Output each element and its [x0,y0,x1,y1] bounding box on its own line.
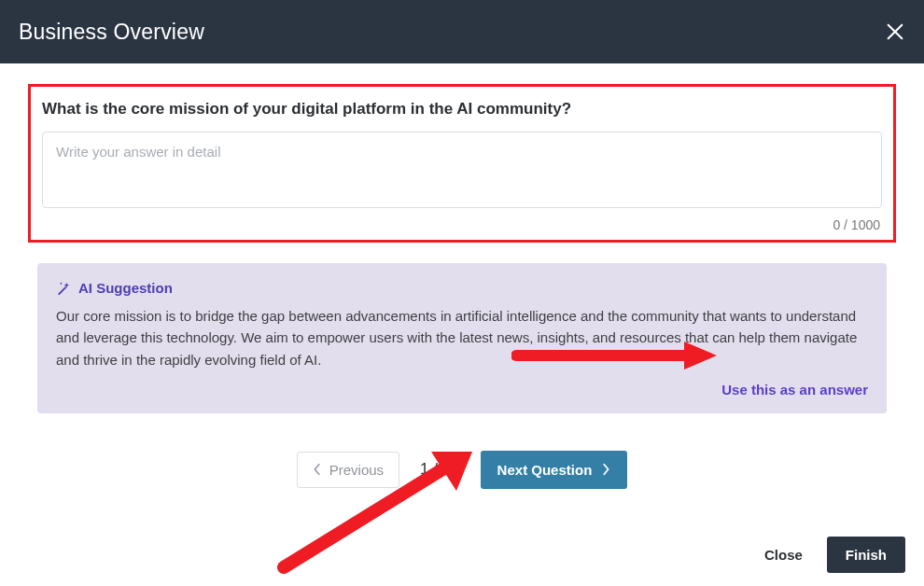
magic-wand-icon [56,281,71,296]
pager: Previous 1 / 13 Next Question [28,451,896,489]
ai-suggestion-text: Our core mission is to bridge the gap be… [56,305,868,370]
close-button[interactable]: Close [759,537,808,572]
use-as-answer-link[interactable]: Use this as an answer [721,382,868,398]
chevron-left-icon [313,463,322,476]
modal-header: Business Overview [0,0,924,63]
answer-input[interactable] [42,132,882,208]
close-icon[interactable] [885,21,905,42]
modal-body: What is the core mission of your digital… [0,63,924,489]
previous-label: Previous [329,462,384,478]
ai-suggestion-header: AI Suggestion [56,280,868,296]
question-prompt: What is the core mission of your digital… [42,100,882,119]
next-label: Next Question [497,462,593,478]
use-answer-row: Use this as an answer [56,382,868,398]
page-indicator: 1 / 13 [420,460,460,479]
next-question-button[interactable]: Next Question [481,451,628,489]
modal-title: Business Overview [19,20,204,45]
ai-suggestion-card: AI Suggestion Our core mission is to bri… [37,263,887,413]
ai-suggestion-label: AI Suggestion [78,280,173,296]
question-card: What is the core mission of your digital… [28,84,896,243]
char-count: 0 / 1000 [42,217,882,232]
finish-button[interactable]: Finish [827,537,905,573]
modal-footer: Close Finish [759,537,905,573]
previous-button[interactable]: Previous [297,452,399,488]
chevron-right-icon [601,463,610,476]
